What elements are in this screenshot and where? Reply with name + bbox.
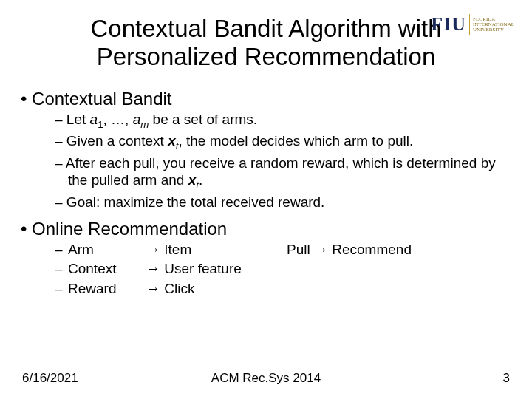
footer-date: 6/16/2021 <box>22 371 78 386</box>
footer-page: 3 <box>503 371 510 386</box>
mapping-row-context: – Context → User feature <box>21 260 511 279</box>
slide-body: Contextual Bandit Let a1, …, am be a set… <box>0 71 532 299</box>
bullet-goal: Goal: maximize the total received reward… <box>21 194 511 211</box>
footer-venue: ACM Rec.Sys 2014 <box>211 371 321 386</box>
mapping-row-arm: – Arm → Item Pull → Recommend <box>21 241 511 259</box>
fiu-logo: FIU FLORIDA INTERNATIONAL UNIVERSITY <box>431 13 514 35</box>
section-heading-2: Online Recommendation <box>21 219 511 239</box>
bullet-reward: After each pull, you receive a random re… <box>21 154 511 192</box>
logo-abbr: FIU <box>431 13 466 35</box>
logo-separator <box>469 14 470 35</box>
logo-fulltext: FLORIDA INTERNATIONAL UNIVERSITY <box>473 17 514 33</box>
slide-footer: 6/16/2021 ACM Rec.Sys 2014 3 <box>0 371 532 386</box>
section-heading-1: Contextual Bandit <box>21 89 511 109</box>
bullet-context: Given a context xt, the model decides wh… <box>21 132 511 152</box>
mapping-row-reward: – Reward → Click <box>21 280 511 299</box>
bullet-arms: Let a1, …, am be a set of arms. <box>21 111 511 131</box>
